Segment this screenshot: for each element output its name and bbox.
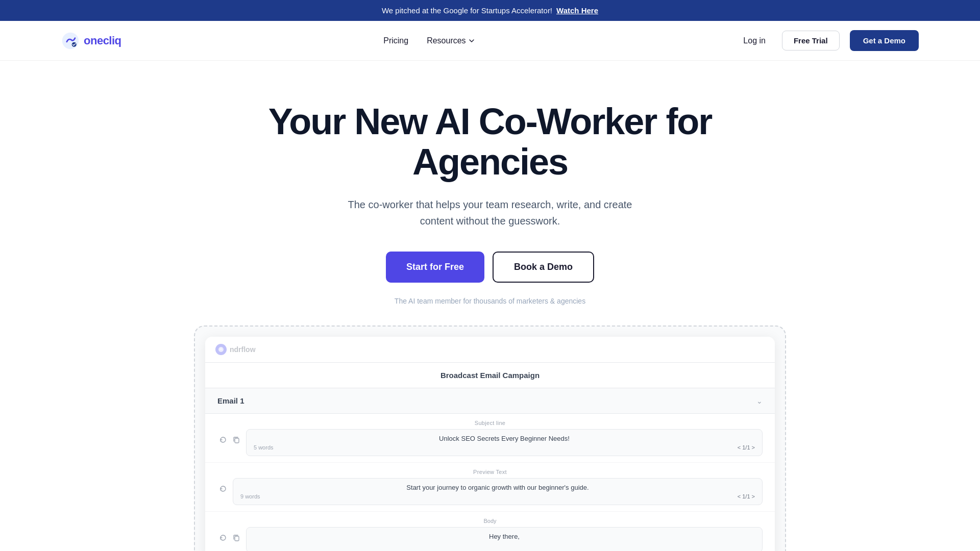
preview-actions	[217, 478, 229, 494]
subject-copy-icon[interactable]	[231, 434, 242, 445]
subject-value: Unlock SEO Secrets Every Beginner Needs!	[254, 435, 755, 442]
email-card-title: Email 1	[217, 396, 244, 405]
logo-text: onecliq	[84, 34, 121, 47]
free-trial-button[interactable]: Free Trial	[782, 31, 840, 51]
subject-nav[interactable]: < 1/1 >	[738, 444, 755, 450]
body-field-row: Hey there,	[217, 527, 763, 551]
subject-field-row: Unlock SEO Secrets Every Beginner Needs!…	[217, 429, 763, 456]
chevron-down-icon	[468, 37, 475, 44]
nav-resources[interactable]: Resources	[427, 36, 475, 45]
body-section: Body	[205, 512, 775, 551]
app-logo-icon	[218, 346, 224, 353]
app-logo: ndrflow	[215, 344, 256, 355]
preview-text-label: Preview Text	[217, 469, 763, 475]
hero-tagline: The AI team member for thousands of mark…	[395, 297, 585, 305]
email-card: Email 1 ⌄ Subject line	[205, 388, 775, 551]
svg-rect-3	[235, 438, 239, 443]
nav-right: Log in Free Trial Get a Demo	[737, 30, 919, 51]
login-button[interactable]: Log in	[737, 32, 772, 49]
body-copy-icon[interactable]	[231, 532, 242, 543]
app-logo-circle	[215, 344, 227, 355]
logo[interactable]: onecliq	[61, 32, 121, 50]
hero-subtitle: The co-worker that helps your team resea…	[342, 196, 638, 229]
body-actions	[217, 527, 242, 543]
campaign-title: Broadcast Email Campaign	[440, 371, 540, 380]
svg-rect-4	[235, 536, 239, 541]
preview-meta: 9 words < 1/1 >	[240, 493, 755, 499]
hero-buttons: Start for Free Book a Demo	[386, 252, 594, 283]
preview-field-content: Start your journey to organic growth wit…	[233, 478, 763, 505]
campaign-header: Broadcast Email Campaign	[205, 363, 775, 388]
body-field-content: Hey there,	[246, 527, 763, 551]
subject-actions	[217, 429, 242, 445]
subject-meta: 5 words < 1/1 >	[254, 444, 755, 450]
email-card-chevron[interactable]: ⌄	[756, 397, 763, 405]
subject-word-count: 5 words	[254, 444, 274, 450]
subject-field-content: Unlock SEO Secrets Every Beginner Needs!…	[246, 429, 763, 456]
get-demo-button[interactable]: Get a Demo	[850, 30, 919, 51]
app-preview-container: ndrflow Broadcast Email Campaign Email 1…	[194, 325, 786, 551]
app-preview-inner: ndrflow Broadcast Email Campaign Email 1…	[205, 337, 775, 551]
preview-field-row: Start your journey to organic growth wit…	[217, 478, 763, 505]
preview-refresh-icon[interactable]	[217, 483, 229, 494]
book-a-demo-button[interactable]: Book a Demo	[493, 252, 594, 283]
hero-title: Your New AI Co-Worker for Agencies	[260, 102, 720, 182]
announcement-link[interactable]: Watch Here	[556, 6, 598, 15]
email-card-header: Email 1 ⌄	[205, 388, 775, 414]
subject-section: Subject line	[205, 414, 775, 463]
navbar: onecliq Pricing Resources Log in Free Tr…	[0, 21, 980, 61]
body-label: Body	[217, 518, 763, 524]
preview-nav[interactable]: < 1/1 >	[738, 493, 755, 499]
announcement-banner: We pitched at the Google for Startups Ac…	[0, 0, 980, 21]
app-topbar: ndrflow	[205, 337, 775, 363]
announcement-text: We pitched at the Google for Startups Ac…	[382, 6, 552, 15]
subject-refresh-icon[interactable]	[217, 434, 229, 445]
body-value: Hey there,	[254, 533, 755, 540]
subject-label: Subject line	[217, 420, 763, 426]
body-refresh-icon[interactable]	[217, 532, 229, 543]
preview-value: Start your journey to organic growth wit…	[240, 484, 755, 491]
logo-icon	[61, 32, 80, 50]
nav-pricing[interactable]: Pricing	[383, 36, 408, 45]
preview-word-count: 9 words	[240, 493, 260, 499]
app-logo-name: ndrflow	[230, 345, 256, 354]
svg-point-0	[62, 32, 79, 48]
preview-text-section: Preview Text Start your journey to	[205, 463, 775, 512]
hero-section: Your New AI Co-Worker for Agencies The c…	[0, 61, 980, 551]
nav-center: Pricing Resources	[383, 36, 475, 45]
svg-point-2	[218, 347, 224, 352]
start-for-free-button[interactable]: Start for Free	[386, 252, 484, 283]
